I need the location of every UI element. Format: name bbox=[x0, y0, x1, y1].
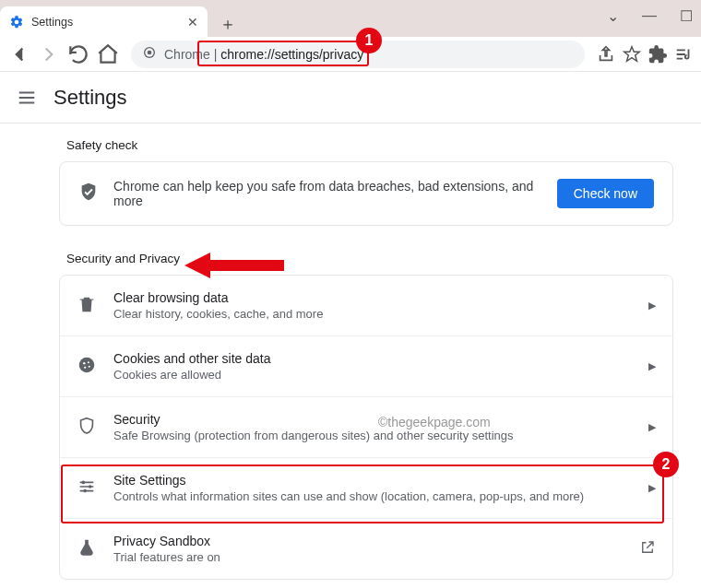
chevron-right-icon: ▶ bbox=[648, 482, 656, 494]
svg-point-4 bbox=[83, 361, 85, 363]
browser-toolbar: Chrome | chrome://settings/privacy bbox=[0, 37, 701, 72]
site-info-icon bbox=[142, 45, 157, 63]
row-subtitle: Cookies are allowed bbox=[113, 368, 648, 382]
row-title: Clear browsing data bbox=[113, 290, 648, 305]
dropdown-icon[interactable]: ⌄ bbox=[603, 7, 622, 25]
settings-content: Safety check Chrome can help keep you sa… bbox=[0, 123, 701, 580]
home-button[interactable] bbox=[96, 42, 120, 66]
row-subtitle: Controls what information sites can use … bbox=[113, 489, 648, 503]
row-title: Security bbox=[113, 412, 648, 427]
safety-check-card: Chrome can help keep you safe from data … bbox=[59, 161, 673, 226]
window-titlebar: Settings ✕ ＋ ⌄ — ☐ bbox=[0, 0, 701, 37]
svg-point-3 bbox=[79, 357, 95, 372]
tab-title: Settings bbox=[31, 16, 187, 29]
menu-icon[interactable] bbox=[17, 88, 37, 108]
new-tab-button[interactable]: ＋ bbox=[215, 11, 241, 37]
window-controls: ⌄ — ☐ bbox=[603, 7, 695, 25]
row-title: Site Settings bbox=[113, 473, 648, 488]
svg-point-7 bbox=[89, 365, 90, 367]
svg-point-2 bbox=[148, 51, 152, 55]
page-title: Settings bbox=[53, 86, 127, 110]
trash-icon bbox=[77, 294, 97, 318]
external-link-icon bbox=[639, 539, 656, 559]
row-subtitle: Trial features are on bbox=[113, 550, 639, 564]
cookie-icon bbox=[77, 355, 97, 379]
security-privacy-card: Clear browsing data Clear history, cooki… bbox=[59, 275, 673, 580]
extensions-icon[interactable] bbox=[648, 44, 668, 65]
browser-tab[interactable]: Settings ✕ bbox=[0, 6, 208, 37]
media-control-icon[interactable] bbox=[673, 44, 694, 65]
settings-header: Settings bbox=[0, 72, 701, 123]
svg-point-9 bbox=[89, 485, 92, 488]
minimize-button[interactable]: — bbox=[640, 7, 659, 25]
safety-check-label: Safety check bbox=[59, 131, 673, 161]
row-title: Cookies and other site data bbox=[113, 351, 648, 366]
security-privacy-label: Security and Privacy bbox=[66, 252, 180, 265]
check-now-button[interactable]: Check now bbox=[557, 179, 654, 208]
flask-icon bbox=[77, 537, 97, 561]
back-button[interactable] bbox=[7, 42, 31, 66]
site-settings-row[interactable]: Site Settings Controls what information … bbox=[60, 457, 672, 518]
row-subtitle: Clear history, cookies, cache, and more bbox=[113, 307, 648, 321]
chevron-right-icon: ▶ bbox=[648, 360, 656, 372]
reload-button[interactable] bbox=[66, 42, 90, 66]
cookies-row[interactable]: Cookies and other site data Cookies are … bbox=[60, 335, 672, 396]
privacy-sandbox-row[interactable]: Privacy Sandbox Trial features are on bbox=[60, 518, 672, 579]
security-row[interactable]: Security Safe Browsing (protection from … bbox=[60, 396, 672, 457]
svg-point-6 bbox=[84, 366, 86, 368]
bookmark-icon[interactable] bbox=[622, 44, 642, 65]
maximize-button[interactable]: ☐ bbox=[677, 7, 695, 25]
svg-point-5 bbox=[88, 361, 89, 363]
row-subtitle: Safe Browsing (protection from dangerous… bbox=[113, 429, 648, 442]
forward-button[interactable] bbox=[37, 42, 61, 66]
close-icon[interactable]: ✕ bbox=[187, 15, 198, 29]
chevron-right-icon: ▶ bbox=[648, 421, 656, 433]
share-icon[interactable] bbox=[596, 44, 616, 65]
svg-point-10 bbox=[83, 488, 87, 492]
sliders-icon bbox=[77, 476, 97, 500]
chevron-right-icon: ▶ bbox=[648, 300, 656, 312]
row-title: Privacy Sandbox bbox=[113, 534, 639, 548]
clear-browsing-data-row[interactable]: Clear browsing data Clear history, cooki… bbox=[60, 276, 672, 335]
gear-icon bbox=[9, 15, 24, 29]
address-bar[interactable]: Chrome | chrome://settings/privacy bbox=[131, 41, 585, 68]
shield-icon bbox=[78, 182, 99, 206]
url-scheme: Chrome | bbox=[164, 47, 217, 62]
safety-check-text: Chrome can help keep you safe from data … bbox=[113, 179, 557, 208]
shield-outline-icon bbox=[77, 416, 97, 440]
tab-strip: Settings ✕ ＋ bbox=[0, 6, 241, 37]
url-path: chrome://settings/privacy bbox=[220, 47, 363, 62]
svg-point-8 bbox=[82, 480, 86, 484]
